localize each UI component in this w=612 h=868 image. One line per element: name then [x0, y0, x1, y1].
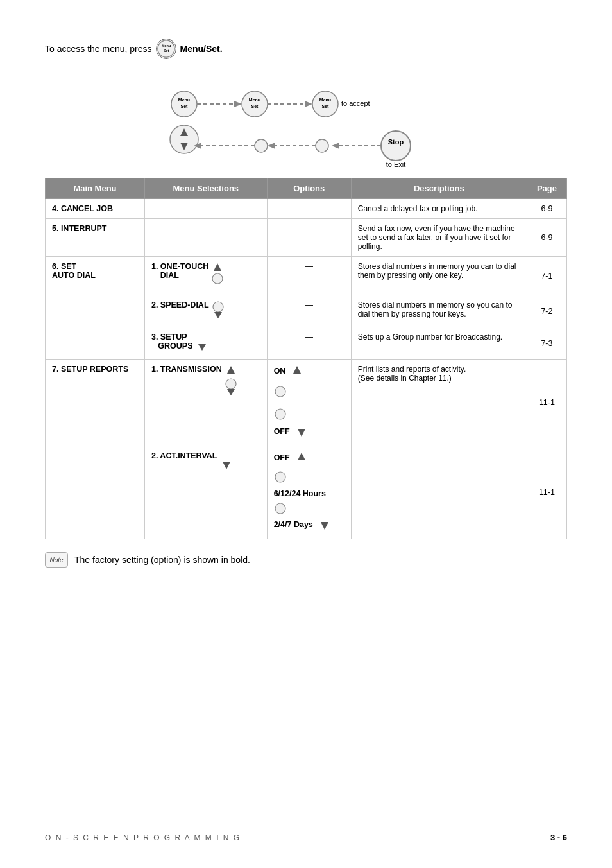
nav-diagram: dashed --> MenuSet2 --> dashed --> MenuS… — [126, 78, 486, 178]
page-actinterval: 11-1 — [527, 446, 566, 539]
menu-sel-transmission: 1. TRANSMISSION — [144, 360, 267, 446]
svg-text:Menu: Menu — [249, 98, 260, 102]
svg-marker-24 — [332, 143, 339, 149]
main-menu-speed-dial — [46, 295, 145, 327]
svg-marker-44 — [298, 453, 305, 460]
desc-speed: Stores dial numbers in memory so you can… — [351, 295, 527, 327]
intro-text-before: To access the menu, press — [45, 44, 152, 54]
options-cancel-job: — — [267, 199, 351, 219]
svg-marker-27 — [268, 143, 275, 149]
svg-point-41 — [275, 409, 285, 419]
svg-point-25 — [316, 139, 328, 152]
svg-text:Stop: Stop — [388, 138, 404, 146]
svg-text:Menu: Menu — [319, 98, 331, 102]
th-menu-sel: Menu Selections — [144, 178, 267, 199]
table-row: 3. SETUP GROUPS — Sets up a Group number… — [46, 327, 567, 360]
main-menu-auto-dial: 6. SETAUTO DIAL — [46, 257, 145, 295]
options-actinterval: OFF 6/12/24 Hours — [267, 446, 351, 539]
main-menu-cancel-job: 4. CANCEL JOB — [46, 199, 145, 219]
options-speed: — — [267, 295, 351, 327]
page-interrupt: 6-9 — [527, 219, 566, 257]
svg-marker-42 — [298, 429, 305, 437]
menu-set-icon-intro: Menu Set — [156, 39, 176, 59]
footer-title: O N - S C R E E N P R O G R A M M I N G — [45, 833, 241, 842]
table-row: 5. INTERRUPT — — Send a fax now, even if… — [46, 219, 567, 257]
menu-sel-groups: 3. SETUP GROUPS — [144, 327, 267, 360]
svg-point-20 — [381, 131, 411, 161]
intro-line: To access the menu, press Menu Set Menu/… — [45, 39, 567, 59]
th-desc: Descriptions — [351, 178, 527, 199]
svg-marker-12 — [305, 101, 312, 107]
page-footer: O N - S C R E E N P R O G R A M M I N G … — [0, 833, 612, 842]
svg-text:to Exit: to Exit — [386, 161, 406, 168]
table-row: 2. SPEED-DIAL — Stores dial numbers in m… — [46, 295, 567, 327]
note-icon: Note — [45, 552, 68, 568]
table-row: 2. ACT.INTERVAL OFF — [46, 446, 567, 539]
options-groups: — — [267, 327, 351, 360]
menu-sel-speed: 2. SPEED-DIAL — [144, 295, 267, 327]
svg-marker-35 — [198, 344, 206, 351]
desc-groups: Sets up a Group number for Broadcasting. — [351, 327, 527, 360]
menu-table: Main Menu Menu Selections Options Descri… — [45, 178, 567, 539]
footer-page-num: 3 - 6 — [550, 833, 567, 842]
svg-point-46 — [275, 503, 285, 514]
desc-onetouch: Stores dial numbers in memory you can to… — [351, 257, 527, 295]
main-menu-actinterval — [46, 446, 145, 539]
svg-marker-38 — [227, 389, 235, 395]
svg-marker-36 — [227, 366, 235, 374]
th-page: Page — [527, 178, 566, 199]
note-line: Note The factory setting (option) is sho… — [45, 552, 567, 568]
table-row: 6. SETAUTO DIAL 1. ONE-TOUCH DIAL — St — [46, 257, 567, 295]
svg-marker-34 — [214, 312, 222, 318]
main-menu-groups — [46, 327, 145, 360]
svg-marker-47 — [321, 522, 328, 530]
note-text: The factory setting (option) is shown in… — [74, 555, 250, 565]
main-menu-interrupt: 5. INTERRUPT — [46, 219, 145, 257]
svg-marker-43 — [223, 462, 230, 469]
desc-actinterval — [351, 446, 527, 539]
svg-marker-7 — [234, 101, 242, 107]
desc-cancel-job: Cancel a delayed fax or polling job. — [351, 199, 527, 219]
menu-sel-onetouch: 1. ONE-TOUCH DIAL — [144, 257, 267, 295]
svg-text:Set: Set — [163, 49, 169, 53]
page-onetouch: 7-1 — [527, 257, 566, 295]
options-interrupt: — — [267, 219, 351, 257]
svg-marker-31 — [214, 263, 221, 271]
svg-point-28 — [255, 139, 268, 152]
page-speed: 7-2 — [527, 295, 566, 327]
svg-text:Set: Set — [251, 104, 259, 108]
svg-point-45 — [275, 472, 285, 482]
svg-point-40 — [275, 386, 285, 397]
options-onetouch: — — [267, 257, 351, 295]
svg-point-37 — [226, 379, 236, 389]
intro-menu-set-label: Menu/Set. — [180, 44, 223, 54]
menu-sel-actinterval: 2. ACT.INTERVAL — [144, 446, 267, 539]
page-groups: 7-3 — [527, 327, 566, 360]
page-transmission: 11-1 — [527, 360, 566, 446]
desc-interrupt: Send a fax now, even if you have the mac… — [351, 219, 527, 257]
main-menu-reports: 7. SETUP REPORTS — [46, 360, 145, 446]
table-row: 7. SETUP REPORTS 1. TRANSMISSION — [46, 360, 567, 446]
svg-text:to accept: to accept — [341, 100, 370, 107]
menu-sel-cancel-job: — — [144, 199, 267, 219]
desc-reports: Print lists and reports of activity.(See… — [351, 360, 527, 446]
options-transmission: ON — [267, 360, 351, 446]
th-main-menu: Main Menu — [46, 178, 145, 199]
th-options: Options — [267, 178, 351, 199]
table-row: 4. CANCEL JOB — — Cancel a delayed fax o… — [46, 199, 567, 219]
svg-text:Set: Set — [322, 104, 330, 108]
svg-point-32 — [212, 273, 223, 284]
svg-text:Menu: Menu — [161, 44, 171, 48]
svg-text:Set: Set — [181, 104, 189, 108]
svg-point-33 — [213, 302, 223, 312]
svg-text:Menu: Menu — [178, 98, 190, 102]
menu-sel-interrupt: — — [144, 219, 267, 257]
svg-marker-39 — [293, 366, 301, 374]
page-cancel-job: 6-9 — [527, 199, 566, 219]
